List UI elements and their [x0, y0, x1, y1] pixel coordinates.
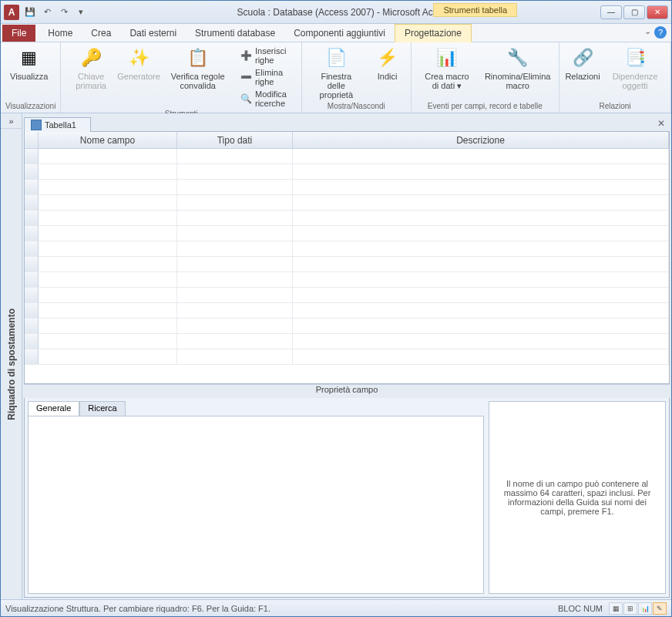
qat-more-icon[interactable]: ▾	[73, 5, 89, 20]
property-tab-general[interactable]: Generale	[28, 401, 79, 416]
field-name-cell[interactable]	[39, 257, 177, 271]
description-cell[interactable]	[293, 180, 669, 194]
data-type-cell[interactable]	[177, 226, 293, 241]
minimize-button[interactable]: —	[600, 5, 622, 19]
description-cell[interactable]	[293, 195, 669, 210]
undo-icon[interactable]: ↶	[39, 5, 55, 20]
navpane-label: Riquadro di spostamento	[6, 308, 17, 420]
row-selector[interactable]	[25, 241, 39, 256]
save-icon[interactable]: 💾	[22, 5, 38, 20]
field-name-cell[interactable]	[39, 272, 177, 287]
data-type-cell[interactable]	[177, 195, 293, 210]
field-name-cell[interactable]	[39, 164, 177, 179]
delete-rows-button[interactable]: ➖ Elimina righe	[237, 67, 297, 87]
description-cell[interactable]	[293, 226, 669, 241]
row-selector[interactable]	[25, 211, 39, 225]
tab-home[interactable]: Home	[39, 25, 82, 42]
field-name-cell[interactable]	[39, 319, 177, 333]
row-selector[interactable]	[25, 180, 39, 194]
row-selector[interactable]	[25, 319, 39, 333]
description-cell[interactable]	[293, 149, 669, 164]
create-data-macros-button[interactable]: 📊 Crea macro di dati ▾	[416, 44, 479, 92]
row-selector[interactable]	[25, 195, 39, 210]
description-cell[interactable]	[293, 319, 669, 333]
pivot-chart-view-shortcut[interactable]: 📊	[638, 602, 652, 615]
row-selector[interactable]	[25, 334, 39, 349]
insert-rows-button[interactable]: ➕ Inserisci righe	[237, 46, 297, 66]
document-tab[interactable]: Tabella1	[24, 117, 91, 132]
column-header-name[interactable]: Nome campo	[39, 132, 177, 148]
description-cell[interactable]	[293, 164, 669, 179]
data-type-cell[interactable]	[177, 241, 293, 256]
tab-design[interactable]: Progettazione	[395, 24, 472, 42]
data-type-cell[interactable]	[177, 164, 293, 179]
description-cell[interactable]	[293, 303, 669, 318]
tab-addins[interactable]: Componenti aggiuntivi	[284, 25, 395, 42]
data-type-cell[interactable]	[177, 149, 293, 164]
row-selector-header[interactable]	[25, 132, 39, 148]
indexes-button[interactable]: ⚡ Indici	[369, 44, 406, 83]
tab-external-data[interactable]: Dati esterni	[120, 25, 186, 42]
description-cell[interactable]	[293, 272, 669, 287]
column-header-type[interactable]: Tipo dati	[177, 132, 293, 148]
data-type-cell[interactable]	[177, 288, 293, 302]
close-button[interactable]: ✕	[647, 5, 668, 19]
property-sheet-button[interactable]: 📄 Finestra delle proprietà	[307, 44, 366, 101]
data-type-cell[interactable]	[177, 272, 293, 287]
builder-button[interactable]: ✨ Generatore	[119, 44, 159, 83]
pivot-table-view-shortcut[interactable]: ⊞	[623, 602, 637, 615]
description-cell[interactable]	[293, 334, 669, 349]
property-sheet[interactable]	[28, 416, 484, 594]
primary-key-button[interactable]: 🔑 Chiave primaria	[66, 44, 116, 92]
row-selector[interactable]	[25, 164, 39, 179]
data-type-cell[interactable]	[177, 319, 293, 333]
description-cell[interactable]	[293, 257, 669, 271]
row-selector[interactable]	[25, 303, 39, 318]
description-cell[interactable]	[293, 288, 669, 302]
rename-delete-macro-button[interactable]: 🔧 Rinomina/Elimina macro	[481, 44, 554, 92]
tab-create[interactable]: Crea	[82, 25, 120, 42]
design-view-shortcut[interactable]: ✎	[653, 602, 667, 615]
row-selector[interactable]	[25, 349, 39, 364]
row-selector[interactable]	[25, 288, 39, 302]
data-type-cell[interactable]	[177, 303, 293, 318]
data-type-cell[interactable]	[177, 257, 293, 271]
view-button[interactable]: ▦ Visualizza	[5, 44, 52, 83]
row-selector[interactable]	[25, 226, 39, 241]
field-name-cell[interactable]	[39, 226, 177, 241]
field-name-cell[interactable]	[39, 349, 177, 364]
field-name-cell[interactable]	[39, 334, 177, 349]
maximize-button[interactable]: ▢	[623, 5, 645, 19]
redo-icon[interactable]: ↷	[56, 5, 72, 20]
field-name-cell[interactable]	[39, 288, 177, 302]
field-name-cell[interactable]	[39, 241, 177, 256]
help-icon[interactable]: ?	[654, 26, 667, 39]
row-selector[interactable]	[25, 272, 39, 287]
data-type-cell[interactable]	[177, 334, 293, 349]
property-tab-lookup[interactable]: Ricerca	[79, 401, 125, 416]
field-name-cell[interactable]	[39, 149, 177, 164]
navpane-expand-button[interactable]: »	[1, 113, 22, 129]
tab-database-tools[interactable]: Strumenti database	[186, 25, 284, 42]
row-selector[interactable]	[25, 149, 39, 164]
field-name-cell[interactable]	[39, 195, 177, 210]
data-type-cell[interactable]	[177, 349, 293, 364]
description-cell[interactable]	[293, 241, 669, 256]
description-cell[interactable]	[293, 349, 669, 364]
test-validation-button[interactable]: 📋 Verifica regole convalida	[161, 44, 234, 92]
collapse-ribbon-icon[interactable]: ⌄	[644, 26, 651, 36]
field-name-cell[interactable]	[39, 303, 177, 318]
column-header-desc[interactable]: Descrizione	[293, 132, 669, 148]
description-cell[interactable]	[293, 211, 669, 225]
document-close-button[interactable]: ✕	[653, 115, 670, 132]
row-selector[interactable]	[25, 257, 39, 271]
object-dependencies-button[interactable]: 📑 Dipendenze oggetti	[604, 44, 666, 92]
modify-lookups-button[interactable]: 🔍 Modifica ricerche	[237, 89, 297, 109]
data-type-cell[interactable]	[177, 211, 293, 225]
tab-file[interactable]: File	[2, 25, 35, 42]
data-type-cell[interactable]	[177, 180, 293, 194]
datasheet-view-shortcut[interactable]: ▦	[609, 602, 623, 615]
field-name-cell[interactable]	[39, 211, 177, 225]
relationships-button[interactable]: 🔗 Relazioni	[564, 44, 601, 83]
field-name-cell[interactable]	[39, 180, 177, 194]
